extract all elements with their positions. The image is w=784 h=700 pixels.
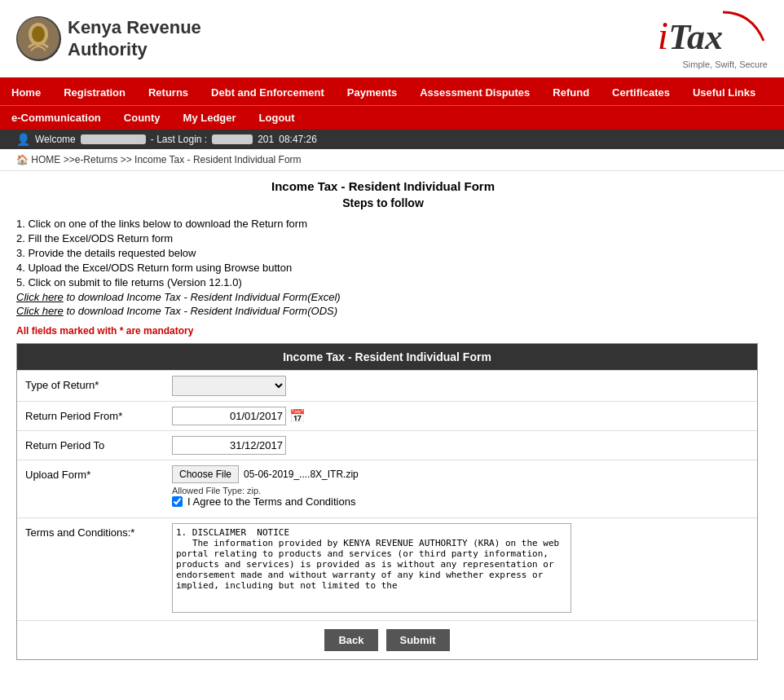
step-5: 5. Click on submit to file returns (Vers… [16, 276, 750, 288]
kra-name: Kenya Revenue Authority [68, 17, 201, 60]
step-1: 1. Click on one of the links below to do… [16, 218, 750, 230]
download-excel-link[interactable]: Click here [16, 291, 64, 303]
nav-my-ledger[interactable]: My Ledger [172, 106, 248, 130]
itax-logo: i Tax Simple, Swift, Secure [658, 8, 768, 69]
calendar-icon-from[interactable]: 📅 [289, 408, 306, 424]
form-buttons: Back Submit [17, 620, 757, 659]
kra-logo: Kenya Revenue Authority [16, 16, 201, 61]
form-section-header: Income Tax - Resident Individual Form [17, 344, 757, 370]
nav-registration[interactable]: Registration [52, 80, 137, 105]
breadcrumb: 🏠 HOME >>e-Returns >> Income Tax - Resid… [0, 149, 784, 171]
back-button[interactable]: Back [324, 629, 377, 651]
return-period-to-row: Return Period To [17, 430, 757, 460]
step-4: 4. Upload the Excel/ODS Return form usin… [16, 262, 750, 274]
nav-home[interactable]: Home [0, 80, 52, 105]
home-icon: 🏠 [16, 154, 29, 165]
type-of-return-row: Type of Return* [17, 370, 757, 401]
terms-row: Terms and Conditions:* 1. DISCLAIMER NOT… [17, 517, 757, 620]
login-time: 08:47:26 [279, 134, 317, 145]
form-title: Income Tax - Resident Individual Form [16, 179, 750, 193]
nav-debt-enforcement[interactable]: Debt and Enforcement [200, 80, 336, 105]
breadcrumb-path: >>e-Returns >> Income Tax - Resident Ind… [64, 154, 302, 165]
submit-button[interactable]: Submit [386, 629, 450, 651]
step-2: 2. Fill the Excel/ODS Return form [16, 232, 750, 244]
username-blurred [81, 134, 146, 144]
agree-checkbox[interactable] [172, 496, 183, 507]
nav-county[interactable]: County [112, 106, 172, 130]
nav-refund[interactable]: Refund [541, 80, 601, 105]
type-of-return-label: Type of Return* [25, 376, 172, 391]
type-of-return-select[interactable] [172, 376, 286, 396]
page-header: Kenya Revenue Authority i Tax Simple, Sw… [0, 0, 784, 80]
welcome-bar: 👤 Welcome - Last Login : 201 08:47:26 [0, 130, 784, 149]
nav-assessment-disputes[interactable]: Assessment Disputes [408, 80, 541, 105]
svg-point-2 [32, 26, 45, 42]
return-period-from-row: Return Period From* 📅 [17, 401, 757, 430]
kra-logo-icon [16, 16, 61, 61]
welcome-icon: 👤 [16, 133, 30, 146]
terms-label: Terms and Conditions:* [25, 523, 172, 539]
main-content: Income Tax - Resident Individual Form St… [0, 171, 766, 668]
return-period-from-input[interactable] [172, 407, 286, 425]
download-ods-link[interactable]: Click here [16, 305, 64, 317]
login-year: 201 [258, 134, 274, 145]
steps-section: 1. Click on one of the links below to do… [16, 218, 750, 317]
step-3: 3. Provide the details requested below [16, 247, 750, 259]
nav-bottom: e-Communication County My Ledger Logout [0, 105, 784, 130]
choose-file-button[interactable]: Choose File [172, 465, 239, 483]
login-date-blurred [212, 134, 253, 144]
breadcrumb-home[interactable]: HOME [31, 154, 60, 165]
allowed-types: Allowed File Type: zip. [172, 486, 749, 495]
nav-useful-links[interactable]: Useful Links [681, 80, 767, 105]
mandatory-note: All fields marked with * are mandatory [16, 325, 750, 337]
return-period-to-input[interactable] [172, 436, 286, 455]
upload-form-label: Upload Form* [25, 465, 172, 481]
return-period-to-label: Return Period To [25, 436, 172, 451]
form-subtitle: Steps to follow [16, 196, 750, 209]
nav-returns[interactable]: Returns [137, 80, 200, 105]
nav-certificates[interactable]: Certificates [601, 80, 681, 105]
nav-logout[interactable]: Logout [248, 106, 306, 130]
upload-form-row: Upload Form* Choose File 05-06-2019_....… [17, 460, 757, 517]
welcome-text: Welcome [35, 134, 76, 145]
download-excel-line: Click here to download Income Tax - Resi… [16, 291, 750, 303]
terms-textarea[interactable]: 1. DISCLAIMER NOTICE The information pro… [172, 523, 571, 613]
nav-ecommunication[interactable]: e-Communication [0, 106, 112, 130]
agree-checkbox-label: I Agree to the Terms and Conditions [187, 495, 355, 508]
itax-tagline: Simple, Swift, Secure [682, 59, 768, 69]
return-period-from-label: Return Period From* [25, 407, 172, 422]
agree-checkbox-row: I Agree to the Terms and Conditions [172, 495, 749, 508]
form-section: Income Tax - Resident Individual Form Ty… [16, 343, 758, 660]
download-ods-line: Click here to download Income Tax - Resi… [16, 305, 750, 317]
nav-payments[interactable]: Payments [336, 80, 408, 105]
file-name: 05-06-2019_....8X_ITR.zip [244, 469, 359, 480]
login-label: - Last Login : [151, 134, 207, 145]
nav-top: Home Registration Returns Debt and Enfor… [0, 80, 784, 105]
